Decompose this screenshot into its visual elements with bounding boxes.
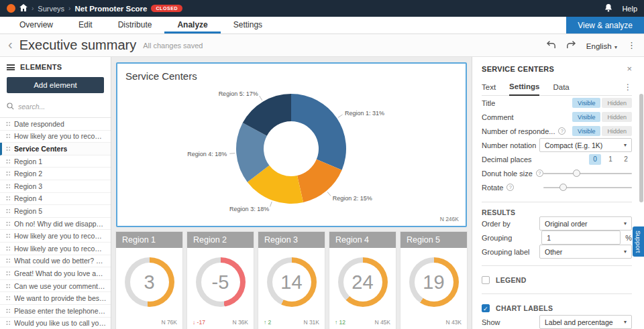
survey-nav: Overview Edit Distribute Analyze Setting…	[0, 17, 644, 34]
results-section-header: RESULTS	[482, 202, 632, 216]
setting-row-rotate: Rotate?	[482, 180, 632, 194]
elements-title: ELEMENTS	[20, 63, 62, 71]
language-selector[interactable]: English ▾	[586, 40, 617, 52]
list-item[interactable]: How likely are you to recommen...	[0, 131, 111, 143]
drag-handle-icon[interactable]	[5, 320, 10, 326]
grouping-input[interactable]	[541, 231, 621, 245]
home-icon[interactable]	[19, 4, 28, 13]
chart-labels-checkbox[interactable]: ✓	[482, 304, 490, 312]
list-item[interactable]: Would you like us to call you dur...	[0, 318, 111, 329]
list-item[interactable]: Region 5	[0, 205, 111, 218]
drag-handle-icon[interactable]	[5, 220, 10, 227]
score-card-region-4[interactable]: Region 4 24 ↑ 12N 45K	[329, 232, 396, 329]
panel-tab-settings[interactable]: Settings	[509, 79, 539, 96]
tab-settings[interactable]: Settings	[221, 17, 275, 34]
list-item-selected[interactable]: Service Centers	[0, 143, 111, 155]
score-card-region-2[interactable]: Region 2 -5 ↓ -17N 36K	[187, 232, 254, 329]
donut-hole-slider[interactable]	[543, 166, 632, 180]
decimal-option-1[interactable]: 1	[604, 154, 616, 165]
view-and-analyze-button[interactable]: View & analyze	[566, 17, 644, 34]
tab-edit[interactable]: Edit	[66, 17, 105, 34]
close-icon[interactable]: ×	[627, 64, 632, 74]
hidden-option[interactable]: Hidden	[602, 112, 632, 122]
report-overflow-menu-icon[interactable]: ⋮	[627, 40, 636, 50]
drag-handle-icon[interactable]	[5, 208, 10, 214]
tab-distribute[interactable]: Distribute	[105, 17, 165, 34]
list-item[interactable]: Please enter the telephone num...	[0, 305, 111, 318]
drag-handle-icon[interactable]	[5, 145, 10, 152]
number-notation-select[interactable]: Compact (E.g. 1K)▾	[539, 138, 632, 152]
list-item[interactable]: Great! What do you love about o...	[0, 267, 111, 280]
redo-icon[interactable]	[566, 40, 576, 52]
usabilla-logo-icon[interactable]	[7, 4, 15, 13]
help-tooltip-icon[interactable]: ?	[536, 170, 543, 177]
setting-label: Number of responde...?	[482, 127, 566, 135]
drag-handle-icon[interactable]	[5, 245, 10, 252]
drag-handle-icon[interactable]	[5, 283, 10, 289]
add-element-button[interactable]: Add element	[7, 77, 104, 93]
drag-handle-icon[interactable]	[5, 308, 10, 314]
list-item[interactable]: Date responded	[0, 118, 111, 131]
list-item[interactable]: We want to provide the best pos...	[0, 292, 111, 305]
setting-label: Show	[482, 318, 500, 326]
list-item[interactable]: Region 2	[0, 168, 111, 180]
legend-checkbox[interactable]	[482, 276, 490, 284]
donut-segment[interactable]	[291, 94, 346, 170]
help-tooltip-icon[interactable]: ?	[558, 127, 566, 135]
list-item[interactable]: Region 1	[0, 155, 111, 168]
visible-option[interactable]: Visible	[572, 112, 600, 122]
order-by-select[interactable]: Original order▾	[539, 216, 632, 231]
list-item[interactable]: How likely are you to recommen...	[0, 230, 111, 243]
visible-option[interactable]: Visible	[572, 126, 600, 136]
list-item[interactable]: Region 3	[0, 180, 111, 193]
hidden-option[interactable]: Hidden	[602, 126, 632, 136]
breadcrumb-surveys[interactable]: Surveys	[38, 5, 64, 13]
drag-handle-icon[interactable]	[5, 170, 10, 177]
help-tooltip-icon[interactable]: ?	[506, 184, 514, 191]
list-item[interactable]: Oh no! Why did we disappoint y...	[0, 218, 111, 231]
rotate-slider[interactable]	[543, 180, 632, 194]
setting-row-decimal-places: Decimal places 0 1 2	[482, 152, 632, 166]
decimal-option-2[interactable]: 2	[620, 154, 632, 165]
decimal-option-0[interactable]: 0	[589, 154, 601, 165]
back-chevron-icon[interactable]: ‹	[8, 38, 13, 51]
drag-handle-icon[interactable]	[5, 121, 10, 127]
drag-handle-icon[interactable]	[5, 133, 10, 139]
list-item[interactable]: Can we use your comment as a ...	[0, 280, 111, 293]
score-card-region-5[interactable]: Region 5 19 N 43K	[400, 232, 467, 329]
search-input[interactable]	[18, 103, 104, 111]
scrollbar-thumb[interactable]	[639, 94, 643, 202]
undo-icon[interactable]	[546, 40, 556, 52]
score-card-region-3[interactable]: Region 3 14 ↑ 2N 31K	[258, 232, 325, 329]
drag-handle-icon[interactable]	[5, 270, 10, 277]
drag-handle-icon[interactable]	[5, 183, 10, 190]
drag-handle-icon[interactable]	[5, 195, 10, 202]
panel-tab-text[interactable]: Text	[482, 80, 496, 95]
score-card-region-1[interactable]: Region 1 3 N 76K	[116, 232, 182, 329]
donut-label: Region 2: 15%	[333, 195, 372, 202]
list-item[interactable]: How likely are you to recommen...	[0, 243, 111, 255]
tab-overview[interactable]: Overview	[7, 17, 66, 34]
grouping-label-select[interactable]: Other▾	[539, 245, 632, 259]
panel-overflow-menu-icon[interactable]: ⋮	[624, 82, 632, 92]
drag-handle-icon[interactable]	[5, 295, 10, 302]
help-link[interactable]: Help	[622, 5, 637, 13]
panel-tab-data[interactable]: Data	[553, 80, 569, 95]
slider-thumb[interactable]	[573, 170, 580, 177]
closed-status-badge: CLOSED	[151, 5, 182, 12]
slider-thumb[interactable]	[559, 184, 567, 191]
drag-handle-icon[interactable]	[5, 158, 10, 165]
report-header: ‹ Executive summary All changes saved En…	[0, 34, 644, 57]
show-select[interactable]: Label and percentage▾	[539, 315, 632, 329]
visible-option[interactable]: Visible	[572, 98, 600, 108]
list-item[interactable]: What could we do better? How ...	[0, 255, 111, 268]
service-centers-chart-card[interactable]: Service Centers Region 1: 31%Region 2: 1…	[116, 62, 467, 227]
list-item[interactable]: Region 4	[0, 193, 111, 206]
drag-handle-icon[interactable]	[5, 233, 10, 239]
support-tab[interactable]: Support	[633, 226, 644, 257]
notifications-bell-icon[interactable]	[604, 3, 612, 13]
hidden-option[interactable]: Hidden	[602, 98, 632, 108]
tab-analyze[interactable]: Analyze	[164, 17, 220, 34]
drag-handle-icon[interactable]	[5, 257, 10, 264]
hamburger-icon[interactable]	[7, 64, 15, 70]
